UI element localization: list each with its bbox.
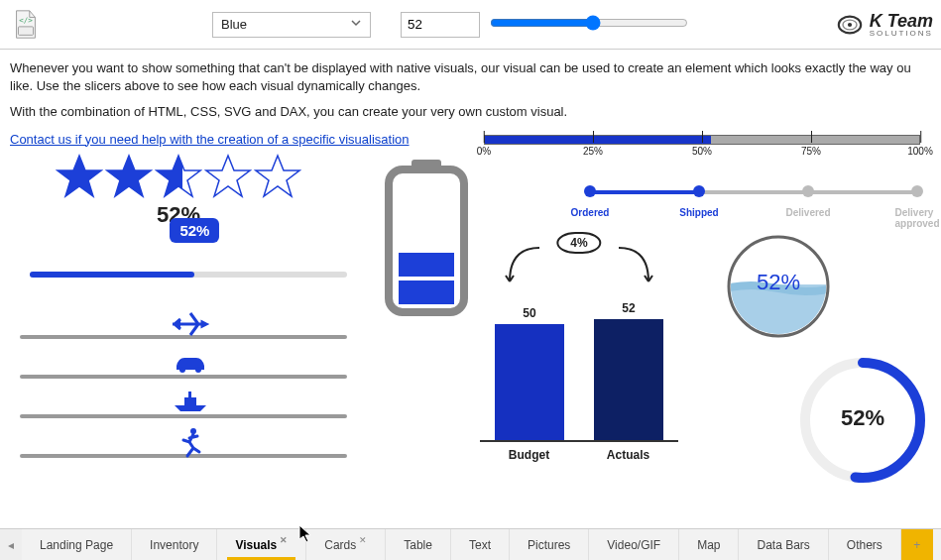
bar-budget: 50 xyxy=(495,324,564,440)
value-input[interactable] xyxy=(401,12,480,38)
plane-icon xyxy=(171,307,210,344)
tab-cards[interactable]: Cards✕ xyxy=(306,529,386,560)
car-icon xyxy=(171,347,210,380)
arrow-right-icon xyxy=(611,242,660,291)
step-label: Delivery approved xyxy=(894,207,939,229)
close-icon[interactable]: ✕ xyxy=(280,535,288,545)
content-area: Whenever you want to show something that… xyxy=(0,50,941,528)
logo-subtitle: SOLUTIONS xyxy=(870,30,933,38)
donut-arc-visual: 52% xyxy=(793,351,932,490)
arrow-left-icon xyxy=(498,242,547,291)
progress-fill xyxy=(30,272,194,278)
progress-track xyxy=(30,272,347,278)
svg-rect-1 xyxy=(18,26,33,35)
tab-prev-button[interactable]: ◂ xyxy=(0,529,22,560)
diff-badge: 4% xyxy=(556,232,601,254)
star-rating-visual: 52% xyxy=(40,153,317,228)
bar-budget-label: Budget xyxy=(509,448,549,462)
column-chart-visual: 4% 50 52 Budget Actuals xyxy=(480,232,678,460)
scale-tick: 50% xyxy=(692,146,712,157)
visuals-canvas: 52% 52% xyxy=(10,153,931,529)
bar-actuals-value: 52 xyxy=(594,301,663,315)
logo-brand: K Team xyxy=(870,12,933,30)
tab-video-gif[interactable]: Video/GIF xyxy=(589,529,679,560)
plane-slider xyxy=(20,311,347,351)
star-icon xyxy=(254,153,301,200)
report-tabs: ◂ Landing PageInventoryVisuals✕Cards✕Tab… xyxy=(0,528,941,560)
step-dot xyxy=(584,185,596,197)
liquid-gauge-label: 52% xyxy=(724,270,833,295)
runner-icon xyxy=(176,426,205,463)
bar-actuals-label: Actuals xyxy=(607,448,649,462)
svg-point-6 xyxy=(195,367,201,373)
svg-rect-13 xyxy=(399,253,454,277)
color-dropdown-value: Blue xyxy=(221,17,247,32)
icon-sliders-visual xyxy=(20,311,347,470)
star-icon xyxy=(105,153,153,200)
boat-slider xyxy=(20,391,347,430)
svg-text:</>: </> xyxy=(19,16,33,25)
bar-budget-value: 50 xyxy=(495,306,564,320)
tab-add-button[interactable]: + xyxy=(901,529,933,560)
star-icon xyxy=(56,153,103,200)
chart-bars: 50 52 xyxy=(480,301,678,440)
tab-pictures[interactable]: Pictures xyxy=(510,529,589,560)
tab-map[interactable]: Map xyxy=(679,529,739,560)
step-label: Delivered xyxy=(785,207,830,218)
step-dot xyxy=(693,185,705,197)
step-tracker-visual: OrderedShippedDeliveredDelivery approved xyxy=(570,182,937,207)
chart-baseline xyxy=(480,440,678,442)
scale-tick: 75% xyxy=(801,146,821,157)
value-slider[interactable] xyxy=(490,15,688,34)
intro-text-2: With the combination of HTML, CSS, SVG a… xyxy=(10,103,931,121)
bar-actuals: 52 xyxy=(594,319,663,439)
scale-tick: 100% xyxy=(907,146,933,157)
scale-fill xyxy=(485,136,711,144)
star-icon xyxy=(204,153,252,200)
star-icon xyxy=(155,153,202,200)
donut-arc-label: 52% xyxy=(793,405,932,431)
battery-icon xyxy=(377,158,476,316)
chevron-down-icon xyxy=(350,17,362,32)
tab-landing-page[interactable]: Landing Page xyxy=(22,529,132,560)
tab-data-bars[interactable]: Data Bars xyxy=(739,529,828,560)
battery-visual xyxy=(377,158,476,319)
liquid-gauge-visual: 52% xyxy=(724,232,833,341)
tab-text[interactable]: Text xyxy=(451,529,510,560)
svg-rect-12 xyxy=(399,280,454,304)
runner-slider xyxy=(20,430,347,470)
logo-ring-icon xyxy=(836,11,864,39)
topbar: </> Blue K Team SOLUTIONS xyxy=(0,0,941,50)
svg-point-5 xyxy=(179,367,185,373)
step-label: Shipped xyxy=(679,207,718,218)
scale-tick: 0% xyxy=(477,146,491,157)
tab-others[interactable]: Others xyxy=(829,529,901,560)
svg-rect-8 xyxy=(188,392,191,399)
bubble-label: 52% xyxy=(170,218,219,243)
step-dot xyxy=(802,185,814,197)
scale-tick: 25% xyxy=(583,146,603,157)
app-icon: </> xyxy=(8,7,44,43)
step-label: Ordered xyxy=(571,207,610,218)
percent-scale-visual: 0%25%50%75%100% xyxy=(484,135,920,160)
bubble-progress-visual: 52% xyxy=(30,242,347,278)
car-slider xyxy=(20,351,347,391)
close-icon[interactable]: ✕ xyxy=(359,535,367,545)
step-dot xyxy=(911,185,923,197)
tab-visuals[interactable]: Visuals✕ xyxy=(217,529,306,560)
intro-text-1: Whenever you want to show something that… xyxy=(10,59,931,95)
tab-inventory[interactable]: Inventory xyxy=(132,529,217,560)
tab-table[interactable]: Table xyxy=(386,529,451,560)
contact-link[interactable]: Contact us if you need help with the cre… xyxy=(10,132,410,147)
brand-logo: K Team SOLUTIONS xyxy=(836,11,933,39)
boat-icon xyxy=(171,387,210,419)
svg-point-4 xyxy=(848,22,852,26)
color-dropdown[interactable]: Blue xyxy=(212,12,371,38)
